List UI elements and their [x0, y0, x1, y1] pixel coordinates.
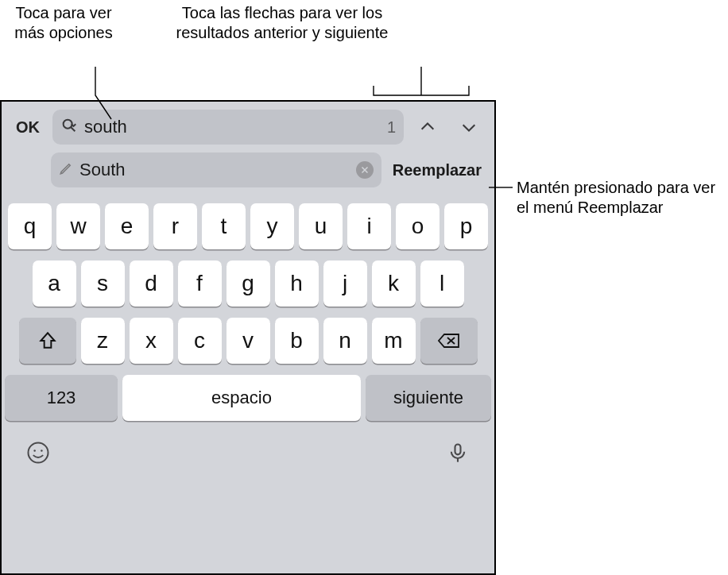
key-v[interactable]: v [227, 318, 270, 364]
keyboard-row-2: a s d f g h j k l [5, 260, 491, 307]
pencil-icon [59, 161, 73, 179]
key-space[interactable]: espacio [122, 375, 361, 421]
chevron-down-icon [460, 118, 478, 136]
key-m[interactable]: m [372, 318, 416, 364]
clear-replace-button[interactable] [356, 161, 374, 179]
device-panel: OK south 1 [0, 100, 496, 575]
ok-button[interactable]: OK [10, 114, 46, 141]
key-b[interactable]: b [275, 318, 319, 364]
callout-replace: Mantén presionado para ver el menú Reemp… [517, 178, 719, 218]
match-count: 1 [387, 118, 396, 137]
key-p[interactable]: p [444, 203, 488, 249]
key-j[interactable]: j [323, 260, 367, 307]
replace-field[interactable]: South [51, 152, 381, 187]
callout-options: Toca para ver más opciones [8, 3, 119, 43]
svg-point-7 [33, 450, 36, 452]
replace-button[interactable]: Reemplazar [388, 161, 486, 179]
clear-icon [360, 165, 370, 175]
key-w[interactable]: w [56, 203, 100, 249]
next-result-button[interactable] [451, 110, 486, 145]
keyboard: q w e r t y u i o p a s d f g h j k l [2, 199, 494, 573]
key-q[interactable]: q [8, 203, 52, 249]
key-i[interactable]: i [347, 203, 391, 249]
key-s[interactable]: s [81, 260, 125, 307]
keyboard-row-1: q w e r t y u i o p [5, 203, 491, 249]
key-shift[interactable] [19, 318, 76, 364]
svg-point-6 [29, 443, 48, 463]
svg-point-8 [41, 450, 43, 452]
key-f[interactable]: f [178, 260, 222, 307]
mic-icon [447, 442, 469, 464]
keyboard-row-3: z x c v b n m [5, 318, 491, 364]
key-c[interactable]: c [178, 318, 222, 364]
key-e[interactable]: e [105, 203, 149, 249]
find-replace-bar: OK south 1 [2, 102, 494, 199]
emoji-icon [26, 441, 50, 465]
key-u[interactable]: u [299, 203, 343, 249]
key-x[interactable]: x [130, 318, 173, 364]
key-z[interactable]: z [81, 318, 125, 364]
key-a[interactable]: a [33, 260, 76, 307]
svg-rect-9 [455, 445, 461, 455]
key-k[interactable]: k [372, 260, 416, 307]
replace-input-value[interactable]: South [79, 160, 350, 180]
key-o[interactable]: o [396, 203, 440, 249]
search-options-icon[interactable] [60, 117, 78, 137]
key-n[interactable]: n [323, 318, 367, 364]
search-input-value[interactable]: south [84, 117, 381, 137]
emoji-button[interactable] [24, 438, 52, 467]
key-next[interactable]: siguiente [366, 375, 491, 421]
key-numbers[interactable]: 123 [5, 375, 118, 421]
key-g[interactable]: g [227, 260, 270, 307]
search-field[interactable]: south 1 [52, 110, 404, 145]
dictation-button[interactable] [443, 438, 472, 467]
key-y[interactable]: y [250, 203, 294, 249]
chevron-up-icon [419, 118, 436, 136]
prev-result-button[interactable] [410, 110, 445, 145]
shift-icon [37, 330, 58, 351]
svg-point-0 [64, 120, 72, 129]
key-d[interactable]: d [130, 260, 173, 307]
callout-arrows: Toca las flechas para ver los resultados… [171, 3, 393, 43]
key-t[interactable]: t [202, 203, 246, 249]
svg-line-1 [71, 127, 75, 131]
key-h[interactable]: h [275, 260, 319, 307]
key-l[interactable]: l [420, 260, 464, 307]
keyboard-row-4: 123 espacio siguiente [5, 375, 491, 421]
keyboard-bottom-row [5, 432, 491, 470]
key-backspace[interactable] [420, 318, 478, 364]
backspace-icon [437, 331, 461, 350]
key-r[interactable]: r [153, 203, 197, 249]
